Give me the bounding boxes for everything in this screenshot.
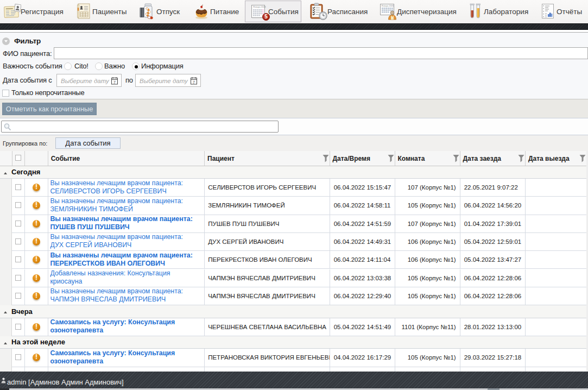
svg-text:Январь 2006: Январь 2006	[253, 5, 266, 8]
svg-text:7: 7	[113, 80, 116, 84]
svg-text:7: 7	[193, 80, 195, 84]
svg-text:Январь 2006: Январь 2006	[382, 5, 394, 7]
